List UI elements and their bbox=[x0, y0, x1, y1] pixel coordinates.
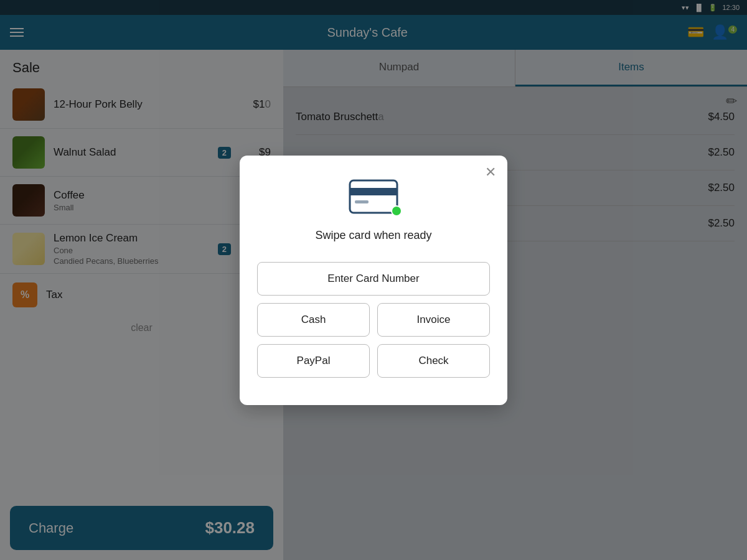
svg-rect-1 bbox=[350, 188, 397, 195]
card-icon-wrap bbox=[349, 179, 398, 214]
enter-card-number-button[interactable]: Enter Card Number bbox=[257, 262, 490, 296]
invoice-button[interactable]: Invoice bbox=[377, 303, 490, 337]
modal-icon-area bbox=[257, 179, 490, 214]
svg-rect-2 bbox=[355, 200, 369, 203]
payment-modal: ✕ Swipe card when ready Enter Card Numbe… bbox=[240, 156, 507, 405]
svg-rect-0 bbox=[350, 180, 397, 213]
modal-message: Swipe card when ready bbox=[257, 229, 490, 242]
close-button[interactable]: ✕ bbox=[485, 166, 496, 179]
modal-overlay: ✕ Swipe card when ready Enter Card Numbe… bbox=[0, 0, 747, 560]
payment-options-row1: Cash Invoice bbox=[257, 303, 490, 337]
cash-button[interactable]: Cash bbox=[257, 303, 370, 337]
card-active-dot bbox=[391, 205, 402, 217]
payment-options-row2: PayPal Check bbox=[257, 344, 490, 378]
paypal-button[interactable]: PayPal bbox=[257, 344, 370, 378]
check-button[interactable]: Check bbox=[377, 344, 490, 378]
